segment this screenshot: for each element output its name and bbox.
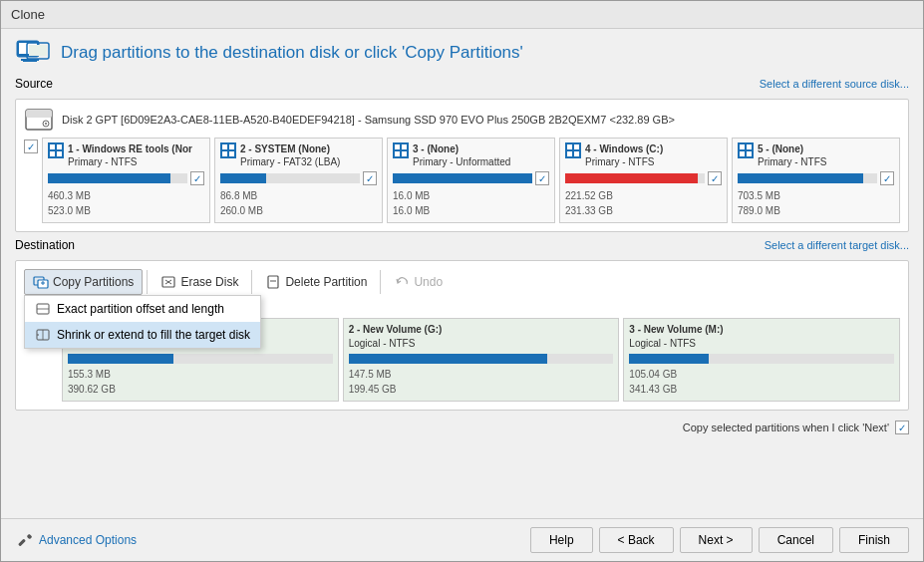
svg-rect-20: [395, 151, 400, 156]
svg-rect-15: [229, 144, 234, 149]
help-button[interactable]: Help: [530, 527, 593, 553]
svg-rect-41: [268, 276, 278, 288]
toolbar: Copy Partitions Exact partition offset: [24, 269, 900, 295]
copy-partitions-dropdown: Exact partition offset and length Shrin: [24, 295, 261, 349]
partition-checkbox-2[interactable]: [363, 171, 377, 185]
partition-checkbox-5[interactable]: [880, 171, 894, 185]
svg-rect-27: [747, 144, 752, 149]
partition-bar-3: [393, 173, 532, 183]
source-disk-info: Disk 2 GPT [6D09E2A3-CAE8-11EB-A520-B40E…: [62, 114, 675, 126]
header: Drag partitions to the destination disk …: [15, 39, 909, 67]
toolbar-sep-2: [251, 270, 252, 294]
erase-disk-button[interactable]: Erase Disk: [152, 269, 247, 295]
exact-partition-label: Exact partition offset and length: [57, 302, 224, 316]
svg-rect-13: [57, 151, 62, 156]
source-disk-header: Disk 2 GPT [6D09E2A3-CAE8-11EB-A520-B40E…: [24, 108, 900, 132]
svg-rect-7: [26, 110, 52, 118]
source-disk-checkbox[interactable]: [24, 140, 38, 153]
svg-rect-24: [567, 151, 572, 156]
source-disk-box: Disk 2 GPT [6D09E2A3-CAE8-11EB-A520-B40E…: [15, 99, 909, 232]
toolbar-sep-3: [380, 270, 381, 294]
cancel-button[interactable]: Cancel: [759, 527, 833, 553]
win-icon-4: [565, 142, 581, 158]
source-partition-1: 1 - Windows RE tools (NorPrimary - NTFS …: [42, 138, 210, 223]
delete-partition-button[interactable]: Delete Partition: [256, 269, 376, 295]
svg-rect-47: [18, 539, 26, 547]
svg-rect-29: [747, 151, 752, 156]
window-title: Clone: [11, 7, 45, 22]
shrink-extend-icon: [35, 327, 51, 343]
partition-checkbox-1[interactable]: [190, 171, 204, 185]
advanced-options-text: Advanced Options: [39, 533, 137, 547]
svg-rect-5: [29, 45, 47, 56]
source-partition-2: 2 - SYSTEM (None)Primary - FAT32 (LBA) 8…: [214, 138, 383, 223]
dest-partition-3: 3 - New Volume (M:)Logical - NTFS 105.04…: [623, 318, 900, 402]
svg-rect-11: [57, 144, 62, 149]
copy-partitions-button[interactable]: Copy Partitions: [24, 269, 143, 295]
svg-rect-28: [740, 151, 745, 156]
next-button[interactable]: Next >: [680, 527, 753, 553]
dest-bar-3: [629, 354, 894, 364]
source-label: Source: [15, 77, 53, 91]
copy-partitions-icon: [33, 274, 49, 290]
undo-button[interactable]: Undo: [385, 269, 452, 295]
delete-partition-icon: [265, 274, 281, 290]
svg-rect-14: [222, 144, 227, 149]
back-button[interactable]: < Back: [599, 527, 674, 553]
header-text: Drag partitions to the destination disk …: [61, 43, 523, 63]
svg-rect-10: [50, 144, 55, 149]
advanced-options-link[interactable]: Advanced Options: [15, 531, 137, 549]
erase-disk-icon: [160, 274, 176, 290]
source-partitions: 1 - Windows RE tools (NorPrimary - NTFS …: [42, 138, 900, 223]
clone-header-icon: [15, 39, 51, 67]
destination-disk-box: Copy Partitions Exact partition offset: [15, 260, 909, 411]
select-source-link[interactable]: Select a different source disk...: [760, 78, 909, 90]
win-icon-2: [220, 142, 236, 158]
svg-rect-21: [402, 151, 407, 156]
svg-rect-18: [395, 144, 400, 149]
shrink-extend-label: Shrink or extend to fill the target disk: [57, 328, 250, 342]
undo-icon: [394, 274, 410, 290]
footer-buttons: Help < Back Next > Cancel Finish: [530, 527, 909, 553]
dest-bar-2: [349, 354, 614, 364]
source-section-header: Source Select a different source disk...: [15, 77, 909, 91]
partition-bar-5: [738, 173, 877, 183]
svg-rect-16: [222, 151, 227, 156]
svg-rect-22: [567, 144, 572, 149]
source-partition-5: 5 - (None)Primary - NTFS 703.5 MB789.0 M…: [732, 138, 900, 223]
exact-partition-option[interactable]: Exact partition offset and length: [25, 296, 260, 322]
dest-bar-1: [68, 354, 333, 364]
shrink-extend-option[interactable]: Shrink or extend to fill the target disk: [25, 322, 260, 348]
win-icon-1: [48, 142, 64, 158]
bottom-options: Copy selected partitions when I click 'N…: [15, 417, 909, 438]
svg-point-9: [45, 123, 47, 125]
finish-button[interactable]: Finish: [839, 527, 909, 553]
svg-rect-17: [229, 151, 234, 156]
title-bar: Clone: [1, 1, 923, 29]
dest-partition-2: 2 - New Volume (G:)Logical - NTFS 147.5 …: [343, 318, 620, 402]
destination-section-header: Destination Select a different target di…: [15, 238, 909, 252]
partition-checkbox-4[interactable]: [708, 171, 722, 185]
svg-rect-3: [23, 61, 37, 62]
svg-rect-12: [50, 151, 55, 156]
exact-partition-icon: [35, 301, 51, 317]
wrench-icon: [15, 531, 33, 549]
select-target-link[interactable]: Select a different target disk...: [765, 239, 909, 251]
svg-rect-26: [740, 144, 745, 149]
copy-notice-text: Copy selected partitions when I click 'N…: [683, 422, 889, 433]
svg-rect-23: [574, 144, 579, 149]
copy-notice-checkbox[interactable]: [895, 421, 909, 434]
partition-bar-1: [48, 173, 187, 183]
footer: Advanced Options Help < Back Next > Canc…: [1, 518, 923, 561]
svg-rect-25: [574, 151, 579, 156]
main-window: Clone Drag partitions to the destination…: [0, 0, 924, 562]
win-icon-5: [738, 142, 754, 158]
win-icon-3: [393, 142, 409, 158]
source-partition-4: 4 - Windows (C:)Primary - NTFS 221.52 GB…: [559, 138, 728, 223]
toolbar-sep-1: [147, 270, 148, 294]
source-partition-3: 3 - (None)Primary - Unformatted 16.0 MB1…: [387, 138, 555, 223]
partition-checkbox-3[interactable]: [535, 171, 549, 185]
partition-bar-2: [220, 173, 360, 183]
svg-rect-19: [402, 144, 407, 149]
partition-bar-4: [565, 173, 705, 183]
